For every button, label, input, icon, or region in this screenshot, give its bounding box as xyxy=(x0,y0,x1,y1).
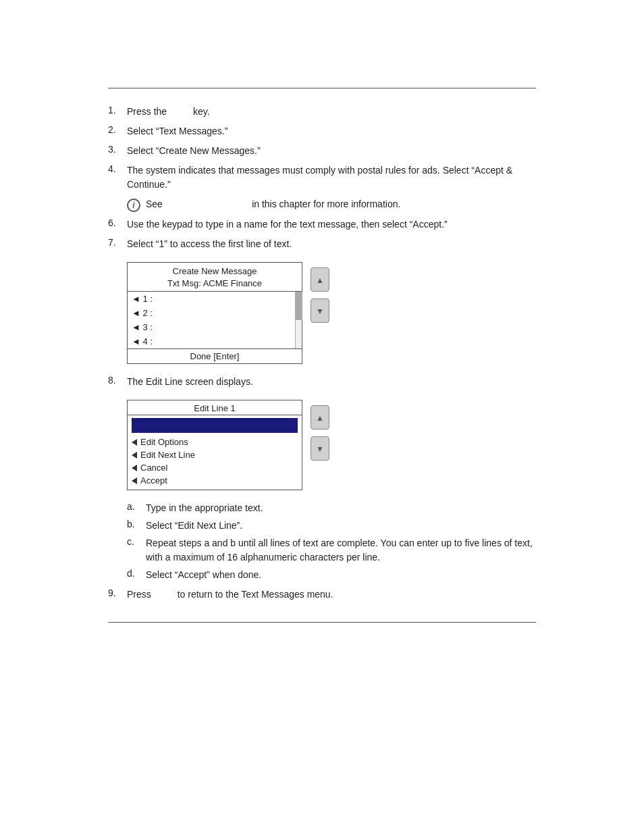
sub-steps-list: a. Type in the appropriate text. b. Sele… xyxy=(127,501,536,582)
sub-step-c: c. Repeat steps a and b until all lines … xyxy=(127,536,536,565)
step-4-text: The system indicates that messages must … xyxy=(127,163,536,192)
step-3-text: Select “Create New Messages.” xyxy=(127,144,261,158)
bottom-rule xyxy=(108,622,536,623)
tri-left-icon-3 xyxy=(132,465,137,471)
create-row-4-label: ◄ 4 : xyxy=(132,336,153,346)
create-row-4[interactable]: ◄ 4 : xyxy=(128,334,302,348)
step-8-text: The Edit Line screen displays. xyxy=(127,375,253,389)
tri-left-icon-1 xyxy=(132,439,137,446)
tri-left-icon-2 xyxy=(132,452,137,459)
down-arrow-icon-2 xyxy=(316,442,324,454)
step-7-number: 7. xyxy=(108,237,127,248)
step-7: 7. Select “1” to access the first line o… xyxy=(108,237,536,251)
steps-6-7-list: 6. Use the keypad to type in a name for … xyxy=(108,217,536,251)
up-arrow-icon xyxy=(316,273,324,286)
steps-list: 1. Press the key. 2. Select “Text Messag… xyxy=(108,105,536,192)
sub-step-a-label: a. xyxy=(127,501,146,515)
create-scrollbar-thumb xyxy=(296,292,302,320)
create-screen-header: Create New Message Txt Msg: ACME Finance xyxy=(128,263,302,292)
step-1-number: 1. xyxy=(108,105,127,115)
step-3: 3. Select “Create New Messages.” xyxy=(108,144,536,158)
create-nav-down-button[interactable] xyxy=(311,298,329,323)
create-nav-up-button[interactable] xyxy=(311,267,329,292)
create-screen-box: Create New Message Txt Msg: ACME Finance… xyxy=(127,262,302,364)
create-scrollbar[interactable] xyxy=(295,292,302,348)
edit-nav-up-button[interactable] xyxy=(311,405,329,429)
step-2: 2. Select “Text Messages.” xyxy=(108,124,536,138)
create-row-2-label: ◄ 2 : xyxy=(132,308,153,318)
page: 1. Press the key. 2. Select “Text Messag… xyxy=(0,88,644,834)
step-1-text: Press the key. xyxy=(127,105,210,119)
info-box: i See in this chapter for more informati… xyxy=(127,197,536,212)
create-header-line2: Txt Msg: ACME Finance xyxy=(132,278,298,290)
step-9: 9. Press to return to the Text Messages … xyxy=(108,588,536,602)
create-screen-rows: ◄ 1 : ◄ 2 : ◄ 3 : ◄ 4 : xyxy=(128,292,302,348)
edit-option-accept[interactable]: Accept xyxy=(128,474,302,490)
step-3-number: 3. xyxy=(108,144,127,155)
edit-nav-down-button[interactable] xyxy=(311,436,329,461)
edit-option-2-label: Edit Next Line xyxy=(140,450,195,460)
edit-screen-container: Edit Line 1 Edit Options Edit Next Line … xyxy=(127,400,536,490)
top-rule xyxy=(108,88,536,88)
step-4: 4. The system indicates that messages mu… xyxy=(108,163,536,192)
step-1: 1. Press the key. xyxy=(108,105,536,119)
step-9-number: 9. xyxy=(108,588,127,598)
step-9-text: Press to return to the Text Messages men… xyxy=(127,588,333,602)
step-6: 6. Use the keypad to type in a name for … xyxy=(108,217,536,232)
create-row-2[interactable]: ◄ 2 : xyxy=(128,306,302,320)
sub-step-b-label: b. xyxy=(127,519,146,533)
edit-option-1-label: Edit Options xyxy=(140,437,188,447)
step-8: 8. The Edit Line screen displays. xyxy=(108,375,536,389)
edit-input-bar[interactable] xyxy=(132,418,298,433)
down-arrow-icon xyxy=(316,305,324,317)
create-row-1[interactable]: ◄ 1 : xyxy=(128,292,302,306)
edit-option-edit-next-line[interactable]: Edit Next Line xyxy=(128,448,302,461)
edit-option-edit-options[interactable]: Edit Options xyxy=(128,436,302,448)
edit-nav-buttons xyxy=(311,405,329,461)
sub-step-d-label: d. xyxy=(127,568,146,582)
sub-step-d-text: Select “Accept” when done. xyxy=(146,568,261,582)
step-4-number: 4. xyxy=(108,163,127,174)
create-screen-container: Create New Message Txt Msg: ACME Finance… xyxy=(127,262,536,364)
edit-option-4-label: Accept xyxy=(140,475,167,486)
create-row-1-label: ◄ 1 : xyxy=(132,294,153,304)
tri-left-icon-4 xyxy=(132,477,137,484)
create-nav-buttons xyxy=(311,267,329,323)
edit-option-cancel[interactable]: Cancel xyxy=(128,461,302,474)
step-7-text: Select “1” to access the first line of t… xyxy=(127,237,292,251)
edit-screen-box: Edit Line 1 Edit Options Edit Next Line … xyxy=(127,400,302,490)
create-row-3[interactable]: ◄ 3 : xyxy=(128,320,302,334)
sub-step-c-label: c. xyxy=(127,536,146,565)
sub-step-a: a. Type in the appropriate text. xyxy=(127,501,536,515)
create-header-line1: Create New Message xyxy=(132,265,298,278)
sub-step-c-text: Repeat steps a and b until all lines of … xyxy=(146,536,536,565)
step-2-text: Select “Text Messages.” xyxy=(127,124,227,138)
info-icon: i xyxy=(127,199,140,212)
step-6-text: Use the keypad to type in a name for the… xyxy=(127,217,448,232)
create-screen-footer: Done [Enter] xyxy=(128,348,302,363)
up-arrow-icon-2 xyxy=(316,411,324,423)
edit-option-3-label: Cancel xyxy=(140,463,167,473)
step-2-number: 2. xyxy=(108,124,127,135)
sub-step-b-text: Select “Edit Next Line”. xyxy=(146,519,242,533)
step-8-number: 8. xyxy=(108,375,127,386)
edit-screen-header: Edit Line 1 xyxy=(128,400,302,415)
sub-step-d: d. Select “Accept” when done. xyxy=(127,568,536,582)
sub-step-b: b. Select “Edit Next Line”. xyxy=(127,519,536,533)
create-row-3-label: ◄ 3 : xyxy=(132,322,153,332)
info-text: See in this chapter for more information… xyxy=(146,197,400,211)
sub-step-a-text: Type in the appropriate text. xyxy=(146,501,263,515)
content-area: 1. Press the key. 2. Select “Text Messag… xyxy=(108,105,536,602)
step-6-number: 6. xyxy=(108,217,127,228)
